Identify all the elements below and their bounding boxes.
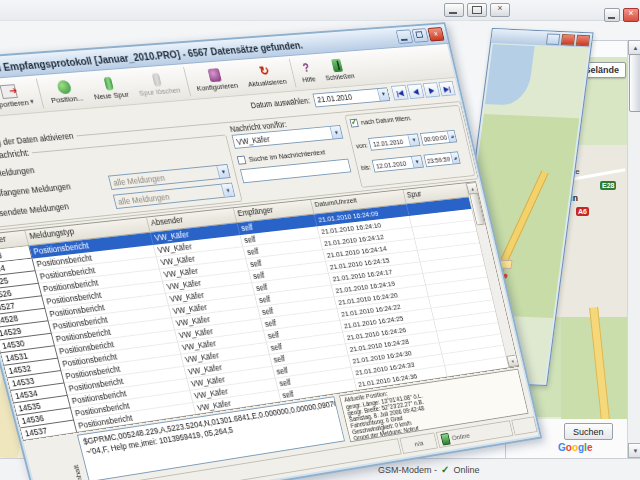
delete-track-button: Spur löschen	[128, 65, 188, 102]
window-edge-line	[0, 20, 470, 21]
close-button[interactable]: ×	[490, 3, 510, 17]
close-button[interactable]: ×	[427, 27, 444, 42]
maps-logo: Google	[558, 442, 592, 453]
date-filter-checkbox-row[interactable]: nach Datum filtern.	[350, 114, 413, 128]
background-window-titlebar: ×	[0, 0, 640, 21]
last-date-button[interactable]: ▶|	[438, 81, 455, 97]
minimize-button[interactable]	[444, 3, 464, 17]
scroll-down-icon[interactable]: ▼	[628, 443, 640, 458]
refresh-button[interactable]: ↻ Aktualisieren	[237, 57, 294, 93]
date-select-combo[interactable]: 21.01.2010	[312, 87, 390, 107]
first-date-button[interactable]: |◀	[391, 85, 409, 101]
to-label: bis:	[360, 162, 371, 171]
maximize-button[interactable]	[467, 3, 487, 17]
date-select-label: Datum auswählen:	[250, 96, 311, 110]
background-window-controls: ×	[444, 3, 510, 17]
status-cell-empty	[511, 416, 537, 435]
globe-icon	[56, 79, 72, 94]
gsm-online-label: Online	[453, 465, 479, 475]
water-area	[477, 44, 535, 106]
from-row: von: 12.01.2010 00:00:00	[354, 130, 457, 152]
road-badge: A6	[576, 207, 589, 216]
filter-activate[interactable]: Filterung der Daten aktivieren	[0, 131, 77, 152]
track-icon	[103, 76, 114, 90]
close-button[interactable]: ×	[623, 8, 639, 22]
scroll-down-icon[interactable]: ▼	[506, 355, 518, 368]
road-badge: E28	[600, 181, 616, 190]
to-row: bis: 12.01.2010 23:59:59	[360, 151, 461, 174]
to-date-combo[interactable]: 12.01.2010	[371, 155, 423, 173]
exit-icon	[331, 58, 343, 72]
from-date-combo[interactable]: 12.01.2010	[368, 133, 420, 150]
new-track-button[interactable]: Neue Spur	[83, 69, 137, 106]
radio-sent-messages[interactable]: gesendete Meldungen	[0, 201, 70, 220]
search-text-checkbox[interactable]	[237, 156, 247, 165]
date-filter-checkbox[interactable]	[350, 119, 359, 128]
refresh-icon: ↻	[256, 64, 273, 78]
minimize-button[interactable]	[396, 29, 413, 44]
check-icon: ✓	[441, 464, 449, 475]
scroll-up-icon[interactable]: ▲	[628, 40, 640, 55]
radio-received-messages[interactable]: empfangene Meldungen	[0, 181, 72, 200]
minimize-button[interactable]	[546, 33, 560, 45]
track-delete-icon	[152, 72, 162, 86]
close-button[interactable]	[576, 34, 590, 46]
previous-date-button[interactable]: ◀	[407, 83, 425, 99]
from-time-spinner[interactable]: 00:00:00	[420, 130, 457, 146]
date-filter-group: nach Datum filtern. von: 12.01.2010 00:0…	[344, 105, 475, 188]
map-scrollbar[interactable]: ▲ ▼	[627, 40, 640, 458]
search-button[interactable]: Suchen	[564, 423, 613, 440]
export-icon	[0, 84, 18, 99]
maximize-button[interactable]	[412, 28, 429, 43]
map-window-controls: ×	[604, 8, 639, 22]
scrollbar-thumb[interactable]	[629, 54, 640, 112]
close-button[interactable]	[561, 34, 575, 46]
radio-all-messages[interactable]: alle Meldungen	[0, 165, 35, 181]
help-icon: ?	[298, 60, 314, 74]
status-cell-na: n/a	[399, 432, 438, 454]
modem-icon	[440, 432, 451, 445]
next-date-button[interactable]: ▶	[423, 82, 440, 98]
gsm-device-label: GSM-Modem -	[378, 465, 437, 475]
configure-icon	[207, 68, 221, 82]
configure-button[interactable]: Konfigurieren	[186, 61, 245, 98]
close-window-button[interactable]: Schließen	[315, 52, 362, 87]
protocol-window: Sende- und Empfangsprotokoll [Januar_201…	[0, 22, 542, 480]
dropdown-caret-icon[interactable]: ▾	[29, 98, 34, 106]
export-button[interactable]: Exportieren▾	[0, 77, 42, 116]
screen: × × E65 E28 A6 146 Police	[0, 0, 640, 480]
message-type-label: Typ der Nachricht:	[0, 147, 33, 163]
to-time-spinner[interactable]: 23:59:59	[423, 151, 460, 167]
minimize-button[interactable]	[604, 8, 620, 22]
position-button[interactable]: Position...	[39, 73, 91, 110]
from-label: von:	[355, 141, 368, 150]
